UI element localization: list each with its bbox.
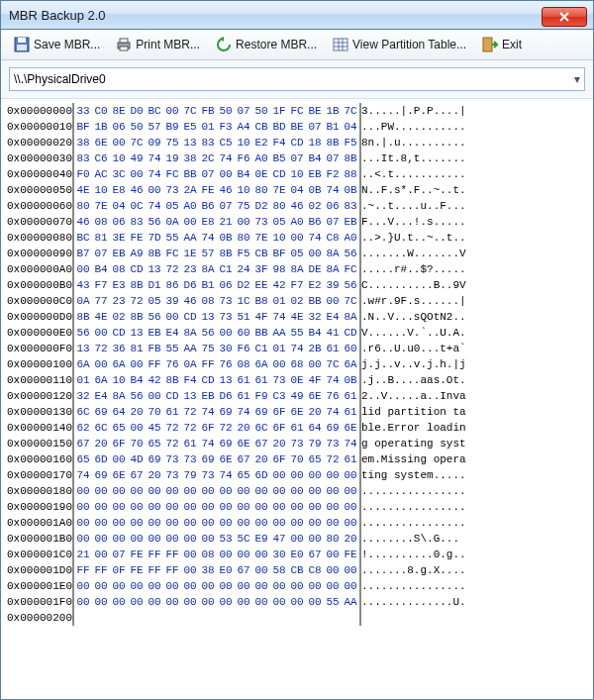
hex-row: 0x0000015067206F7065726174696E6720737973…	[7, 436, 466, 451]
hex-bytes: 000000000000000000000000000055AA	[73, 594, 360, 610]
hex-address: 0x000001D0	[7, 562, 73, 578]
hex-bytes: 626C65004572726F72206C6F6164696E	[73, 420, 360, 436]
hex-address: 0x00000170	[7, 467, 73, 483]
hex-ascii: ................	[360, 578, 466, 594]
drive-select[interactable]: \\.\PhysicalDrive0 ▾	[9, 67, 585, 91]
hex-address: 0x00000200	[7, 610, 73, 626]
print-mbr-label: Print MBR...	[136, 38, 200, 51]
save-mbr-label: Save MBR...	[34, 38, 100, 51]
hex-row: 0x0000003083C610497419382C74F6A0B507B407…	[7, 150, 466, 166]
hex-row: 0x00000090B707EBA98BFC1E578BF5CBBF05008A…	[7, 246, 466, 261]
hex-row: 0x0000017074696E672073797374656D00000000…	[7, 467, 466, 483]
print-mbr-button[interactable]: Print MBR...	[109, 33, 207, 56]
hex-ascii: .N..V...sQOtN2..	[360, 309, 466, 325]
hex-row: 0x0000007046080683560A00E821007305A0B607…	[7, 214, 466, 230]
hex-bytes: 74696E672073797374656D0000000000	[73, 467, 360, 483]
exit-button[interactable]: Exit	[475, 33, 529, 56]
hex-ascii: ................	[360, 515, 466, 531]
hex-bytes: FFFF0FFEFFFF0038E0670058CBC80000	[73, 562, 360, 578]
hex-bytes: 00B408CD1372238AC1243F988ADE8AFC	[73, 261, 360, 277]
hex-address: 0x000000C0	[7, 293, 73, 309]
hex-row: 0x000001C0210007FEFFFF000800000030E06700…	[7, 547, 466, 562]
view-partition-table-button[interactable]: View Partition Table...	[326, 33, 473, 56]
save-mbr-button[interactable]: Save MBR...	[7, 33, 107, 56]
restore-icon	[216, 37, 232, 52]
hex-row: 0x000001006A006A00FF760AFF76086A0068007C…	[7, 356, 466, 372]
hex-ascii: g operating syst	[360, 436, 466, 451]
hex-address: 0x00000060	[7, 198, 73, 214]
hex-bytes: 8B4E028B5600CD1373514F744E32E48A	[73, 309, 360, 325]
hex-row: 0x000000E05600CD13EBE48A560060BBAA55B441…	[7, 325, 466, 341]
hex-row: 0x0000000033C08ED0BC007CFB5007501FFCBE1B…	[7, 103, 466, 119]
view-partition-table-label: View Partition Table...	[352, 38, 466, 51]
floppy-icon	[14, 37, 30, 52]
hex-bytes: 13723681FB55AA7530F6C101742B6160	[73, 341, 360, 356]
hex-bytes: 4E10E84600732AFE4610807E040B740B	[73, 182, 360, 198]
hex-ascii: .......W.......V	[360, 246, 466, 261]
hex-bytes: 0000000000000000535CE94700008020	[73, 531, 360, 547]
window-title: MBR Backup 2.0	[9, 8, 542, 23]
hex-address: 0x000000D0	[7, 309, 73, 325]
hex-address: 0x000001F0	[7, 594, 73, 610]
hex-bytes: 0A77237205394608731CB80102BB007C	[73, 293, 360, 309]
hex-address: 0x00000050	[7, 182, 73, 198]
hex-address: 0x00000130	[7, 404, 73, 420]
hex-ascii	[360, 610, 466, 626]
hex-bytes: 00000000000000000000000000000000	[73, 499, 360, 515]
hex-ascii: ...PW...........	[360, 119, 466, 135]
hex-bytes: 32E48A5600CD13EBD661F9C3496E7661	[73, 388, 360, 404]
hex-bytes: 6C696420706172746974696F6E207461	[73, 404, 360, 420]
hex-bytes: 6A006A00FF760AFF76086A0068007C6A	[73, 356, 360, 372]
table-icon	[333, 37, 348, 52]
hex-row: 0x000000B043F7E38BD186D6B106D2EE42F7E239…	[7, 277, 466, 293]
hex-row: 0x00000180000000000000000000000000000000…	[7, 483, 466, 499]
hex-address: 0x00000160	[7, 451, 73, 467]
app-window: MBR Backup 2.0 Save MBR... Print MBR... …	[0, 0, 594, 700]
hex-ascii: ..>.}U.t..~..t..	[360, 230, 466, 246]
chevron-down-icon: ▾	[574, 72, 580, 86]
hex-address: 0x00000080	[7, 230, 73, 246]
exit-icon	[482, 37, 498, 52]
hex-bytes: 00000000000000000000000000000000	[73, 515, 360, 531]
hex-address: 0x00000180	[7, 483, 73, 499]
hex-row: 0x000001306C696420706172746974696F6E2074…	[7, 404, 466, 420]
hex-bytes: 43F7E38BD186D6B106D2EE42F7E23956	[73, 277, 360, 293]
hex-bytes: B707EBA98BFC1E578BF5CBBF05008A56	[73, 246, 360, 261]
hex-row: 0x00000160656D004D697373696E67206F706572…	[7, 451, 466, 467]
hex-ascii: .....r#..$?.....	[360, 261, 466, 277]
hex-row: 0x00000080BC813EFE7D55AA740B807E100074C8…	[7, 230, 466, 246]
close-button[interactable]	[542, 7, 587, 27]
hex-address: 0x000000A0	[7, 261, 73, 277]
hex-bytes: 00000000000000000000000000000000	[73, 578, 360, 594]
hex-view[interactable]: 0x0000000033C08ED0BC007CFB5007501FFCBE1B…	[1, 99, 593, 699]
hex-address: 0x00000150	[7, 436, 73, 451]
restore-mbr-button[interactable]: Restore MBR...	[209, 33, 324, 56]
hex-address: 0x000000E0	[7, 325, 73, 341]
hex-row: 0x000001A0000000000000000000000000000000…	[7, 515, 466, 531]
exit-label: Exit	[502, 38, 522, 51]
hex-ascii: em.Missing opera	[360, 451, 466, 467]
hex-address: 0x000001A0	[7, 515, 73, 531]
svg-rect-4	[120, 39, 128, 43]
hex-row: 0x000001B00000000000000000535CE947000080…	[7, 531, 466, 547]
hex-address: 0x00000190	[7, 499, 73, 515]
hex-row: 0x000000A000B408CD1372238AC1243F988ADE8A…	[7, 261, 466, 277]
hex-bytes: BF1B065057B9E501F3A4CBBDBE07B104	[73, 119, 360, 135]
hex-address: 0x00000120	[7, 388, 73, 404]
hex-ascii: ..<.t...........	[360, 166, 466, 182]
svg-rect-6	[334, 39, 347, 50]
hex-bytes: 83C610497419382C74F6A0B507B4078B	[73, 150, 360, 166]
hex-row: 0x00000110016A10B4428BF4CD136161730E4F74…	[7, 372, 466, 388]
hex-row: 0x00000060807E040C7405A0B60775D280460206…	[7, 198, 466, 214]
drive-select-value: \\.\PhysicalDrive0	[14, 72, 106, 86]
hex-bytes: 656D004D697373696E67206F70657261	[73, 451, 360, 467]
hex-ascii: lid partition ta	[360, 404, 466, 420]
hex-ascii: 8n.|.u..........	[360, 135, 466, 150]
hex-bytes: 016A10B4428BF4CD136161730E4F740B	[73, 372, 360, 388]
hex-address: 0x000000B0	[7, 277, 73, 293]
hex-row: 0x00000040F0AC3C0074FCBB0700B40ECD10EBF2…	[7, 166, 466, 182]
hex-table: 0x0000000033C08ED0BC007CFB5007501FFCBE1B…	[7, 103, 466, 626]
hex-row: 0x00000200	[7, 610, 466, 626]
hex-ascii: .w#r.9F.s......|	[360, 293, 466, 309]
hex-address: 0x00000070	[7, 214, 73, 230]
